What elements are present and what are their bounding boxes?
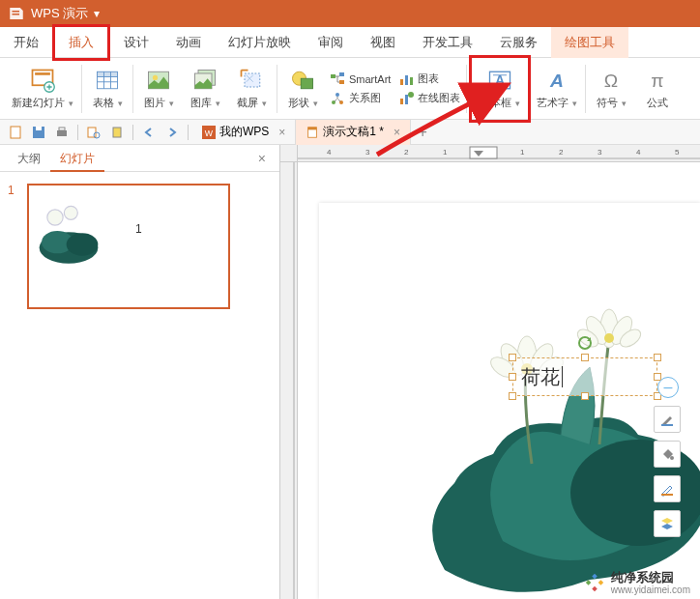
menubar: 开始 插入 设计 动画 幻灯片放映 审阅 视图 开发工具 云服务 绘图工具 — [0, 27, 700, 58]
menu-devtools[interactable]: 开发工具 — [409, 27, 486, 58]
slide-canvas[interactable]: 荷花 – — [319, 203, 700, 599]
paste-icon[interactable] — [109, 125, 125, 140]
float-delete-button[interactable]: – — [657, 377, 679, 398]
separator — [81, 65, 82, 113]
ribbon-picture[interactable]: 图片 — [135, 60, 182, 118]
save-icon[interactable] — [31, 125, 46, 140]
ribbon-relation[interactable]: 关系图 — [330, 91, 391, 106]
ribbon-textbox[interactable]: A 文本框 — [474, 60, 526, 118]
ribbon-shape[interactable]: 形状 — [279, 60, 326, 118]
float-outline-button[interactable] — [654, 475, 681, 502]
selected-textbox[interactable]: 荷花 — [512, 357, 657, 396]
ribbon-smartart[interactable]: SmartArt — [330, 71, 391, 87]
svg-rect-11 — [301, 78, 312, 89]
tab-close-icon[interactable]: × — [394, 126, 400, 139]
svg-rect-72 — [661, 424, 673, 426]
screenshot-icon — [238, 67, 265, 94]
redo-icon[interactable] — [164, 125, 180, 140]
resize-handle[interactable] — [509, 354, 516, 361]
panel-tab-outline[interactable]: 大纲 — [8, 145, 50, 172]
menu-view[interactable]: 视图 — [357, 27, 409, 58]
undo-icon[interactable] — [141, 125, 157, 140]
relation-icon — [330, 91, 345, 106]
document-tabs: W 我的WPS × 演示文稿1 * × + — [192, 120, 434, 145]
relation-label: 关系图 — [349, 91, 381, 105]
panel-close-icon[interactable]: × — [252, 151, 272, 166]
svg-rect-56 — [470, 147, 497, 158]
new-slide-icon — [29, 67, 56, 94]
new-file-icon[interactable] — [8, 125, 23, 140]
wps-logo-icon — [8, 5, 25, 22]
float-shadow-button[interactable] — [654, 441, 681, 468]
svg-text:3: 3 — [365, 148, 370, 157]
document-tab[interactable]: 演示文稿1 * × — [296, 120, 411, 145]
float-arrange-button[interactable] — [654, 510, 681, 537]
resize-handle[interactable] — [581, 392, 589, 400]
menu-cloud[interactable]: 云服务 — [486, 27, 551, 58]
separator — [188, 125, 189, 140]
svg-point-23 — [408, 92, 414, 98]
ribbon-new-slide[interactable]: 新建幻灯片 — [6, 60, 79, 118]
gallery-icon — [191, 67, 219, 94]
menu-start[interactable]: 开始 — [0, 27, 52, 58]
rotate-handle-icon[interactable] — [577, 335, 593, 351]
watermark: 纯净系统园 www.yidaimei.com — [584, 571, 690, 595]
svg-rect-33 — [59, 128, 65, 130]
print-icon[interactable] — [54, 125, 70, 140]
menu-animation[interactable]: 动画 — [162, 27, 215, 58]
print-preview-icon[interactable] — [86, 125, 102, 140]
float-fill-button[interactable] — [654, 406, 681, 433]
ribbon-chart[interactable]: 图表 — [398, 71, 460, 87]
smartart-icon — [330, 71, 345, 87]
symbol-icon: Ω — [598, 67, 625, 94]
ribbon-equation[interactable]: π 公式 — [634, 60, 681, 118]
svg-rect-12 — [331, 74, 335, 78]
doc-tab-label: 演示文稿1 * — [323, 124, 384, 140]
tab-close-icon[interactable]: × — [278, 126, 285, 139]
resize-handle[interactable] — [581, 354, 589, 361]
slide-thumbnail[interactable]: 1 — [27, 184, 230, 309]
svg-rect-14 — [339, 80, 344, 84]
ribbon-chart-col: 图表 在线图表 — [394, 60, 464, 118]
menu-slideshow[interactable]: 幻灯片放映 — [215, 27, 305, 58]
menu-review[interactable]: 审阅 — [305, 27, 357, 58]
svg-text:Ω: Ω — [604, 71, 618, 91]
menu-drawtools[interactable]: 绘图工具 — [551, 27, 628, 58]
menu-insert-highlight: 插入 — [52, 24, 110, 61]
ribbon-table[interactable]: 表格 — [84, 60, 131, 118]
title-dropdown-icon[interactable]: ▾ — [94, 7, 100, 20]
new-slide-label: 新建幻灯片 — [12, 96, 73, 110]
menu-design[interactable]: 设计 — [110, 27, 162, 58]
ribbon-online-chart[interactable]: 在线图表 — [398, 91, 460, 106]
wps-tab-icon: W — [202, 126, 216, 139]
add-tab-button[interactable]: + — [411, 124, 434, 141]
online-chart-label: 在线图表 — [418, 91, 460, 105]
ribbon-screenshot[interactable]: 截屏 — [228, 60, 275, 118]
thumb-text: 1 — [135, 222, 142, 236]
menu-insert[interactable]: 插入 — [55, 27, 107, 58]
left-panel: 大纲 幻灯片 × 1 1 — [0, 145, 280, 599]
equation-icon: π — [644, 67, 671, 94]
svg-rect-18 — [400, 79, 403, 85]
workspace: 大纲 幻灯片 × 1 1 — [0, 145, 700, 599]
table-label: 表格 — [93, 96, 123, 110]
resize-handle[interactable] — [654, 354, 661, 361]
wps-home-tab[interactable]: W 我的WPS × — [192, 120, 296, 145]
separator — [132, 65, 133, 113]
panel-tab-slides[interactable]: 幻灯片 — [50, 145, 104, 172]
ribbon-symbol[interactable]: Ω 符号 — [588, 60, 634, 118]
picture-label: 图片 — [144, 96, 174, 110]
resize-handle[interactable] — [509, 392, 516, 400]
svg-rect-22 — [405, 95, 408, 104]
ribbon-gallery[interactable]: 图库 — [182, 60, 228, 118]
picture-icon — [145, 67, 172, 94]
resize-handle[interactable] — [509, 373, 516, 381]
ribbon-wordart[interactable]: A 艺术字 — [531, 60, 583, 118]
svg-rect-36 — [113, 128, 121, 137]
svg-rect-32 — [57, 130, 67, 136]
panel-tabs: 大纲 幻灯片 × — [0, 145, 279, 172]
svg-text:W: W — [205, 128, 214, 137]
chart-label: 图表 — [418, 71, 439, 86]
chart-icon — [398, 71, 414, 87]
svg-rect-1 — [35, 72, 50, 75]
